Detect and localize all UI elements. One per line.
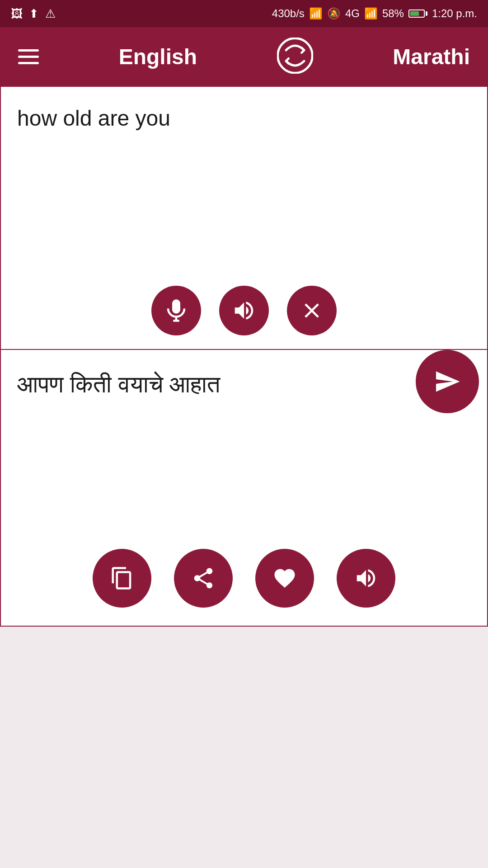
input-text[interactable]: how old are you: [1, 87, 487, 277]
main-content: how old are you: [0, 86, 488, 868]
input-controls: [1, 277, 487, 349]
image-icon: 🖼: [11, 7, 23, 21]
favorite-button[interactable]: [255, 549, 314, 608]
usb-icon: ⬆: [29, 7, 39, 21]
battery-icon: [408, 9, 427, 18]
battery-percent: 58%: [382, 7, 404, 20]
source-language-label[interactable]: English: [119, 44, 197, 69]
output-panel: आपण किती वयाचे आहात: [0, 350, 488, 627]
status-bar: 🖼 ⬆ ⚠ 430b/s 📶 🔕 4G 📶 58% 1:20 p.m.: [0, 0, 488, 27]
input-panel-wrapper: how old are you: [0, 86, 488, 350]
time: 1:20 p.m.: [432, 7, 477, 20]
network-speed: 430b/s: [272, 7, 305, 20]
nav-bar: English Marathi: [0, 27, 488, 86]
target-language-label[interactable]: Marathi: [393, 44, 470, 69]
translate-button[interactable]: [416, 350, 479, 413]
copy-button[interactable]: [93, 549, 151, 608]
hamburger-menu[interactable]: [18, 49, 39, 64]
swap-languages-button[interactable]: [277, 38, 313, 75]
signal-type: 4G: [345, 7, 360, 20]
output-text: आपण किती वयाचे आहात: [1, 350, 487, 540]
output-controls: [1, 540, 487, 626]
status-left-icons: 🖼 ⬆ ⚠: [11, 7, 56, 21]
svg-point-0: [277, 38, 312, 73]
microphone-button[interactable]: [151, 286, 201, 335]
bottom-area: [0, 627, 488, 868]
speak-input-button[interactable]: [219, 286, 269, 335]
share-button[interactable]: [174, 549, 233, 608]
wifi-icon: 📶: [309, 7, 323, 20]
signal-bars: 📶: [364, 7, 378, 20]
warning-icon: ⚠: [45, 7, 56, 21]
mute-icon: 🔕: [327, 7, 341, 20]
clear-input-button[interactable]: [287, 286, 337, 335]
input-panel: how old are you: [0, 86, 488, 350]
speak-output-button[interactable]: [337, 549, 395, 608]
status-right-info: 430b/s 📶 🔕 4G 📶 58% 1:20 p.m.: [272, 7, 477, 20]
